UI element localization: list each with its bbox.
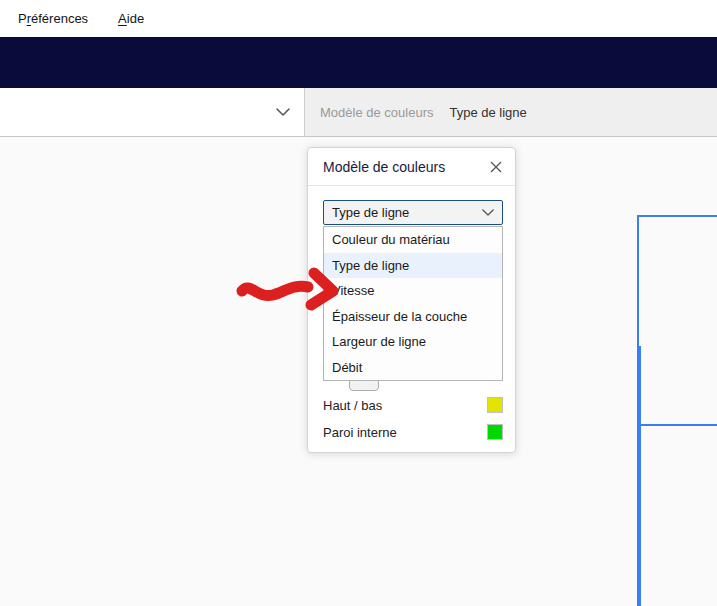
model-outline-mid [640,424,717,426]
legend-label: Paroi interne [323,425,487,440]
model-outline-side-thick [637,346,641,606]
menu-item-preferences[interactable]: Préférences [10,7,96,30]
menu-label-part: éférences [31,11,88,26]
color-swatch-top-bottom [487,397,503,413]
close-icon[interactable] [489,160,503,174]
dropdown-option-layer-thickness[interactable]: Épaisseur de la couche [324,304,502,330]
dropdown-option-speed[interactable]: Vitesse [324,278,502,304]
color-scheme-combobox[interactable]: Type de ligne [323,200,503,225]
combobox-value: Type de ligne [332,205,482,220]
panel-header: Modèle de couleurs [308,148,515,186]
dropdown-option-line-type[interactable]: Type de ligne [324,253,502,279]
view-tab-line-type[interactable]: Type de ligne [449,105,526,120]
menu-label-accel: A [118,11,127,26]
legend-row-inner-wall: Paroi interne [323,424,503,440]
legend-label: Haut / bas [323,398,487,413]
model-outline-top [638,215,717,217]
panel-title: Modèle de couleurs [323,159,489,175]
menu-label-part: P [18,11,27,26]
dropdown-option-material-color[interactable]: Couleur du matériau [324,227,502,253]
view-tab-color-scheme[interactable]: Modèle de couleurs [320,105,433,120]
color-swatch-inner-wall [487,424,503,440]
dropdown-option-line-width[interactable]: Largeur de ligne [324,329,502,355]
print-setup-collapsed-bar[interactable] [0,88,305,137]
menu-item-help[interactable]: Aide [110,7,152,30]
toolbar: Modèle de couleurs Type de ligne [0,88,717,137]
dropdown-option-flow[interactable]: Débit [324,355,502,381]
legend-row-top-bottom: Haut / bas [323,397,503,413]
red-arrow-annotation [230,260,342,318]
color-scheme-dropdown: Couleur du matériau Type de ligne Vitess… [323,226,503,381]
chevron-down-icon [482,209,494,216]
view-mode-bar: Modèle de couleurs Type de ligne [305,88,717,137]
app-header-bar [0,37,717,88]
menu-label-part: ide [127,11,144,26]
chevron-down-icon[interactable] [276,108,290,116]
model-outline-side [637,215,639,347]
menu-bar: Préférences Aide [0,0,717,37]
